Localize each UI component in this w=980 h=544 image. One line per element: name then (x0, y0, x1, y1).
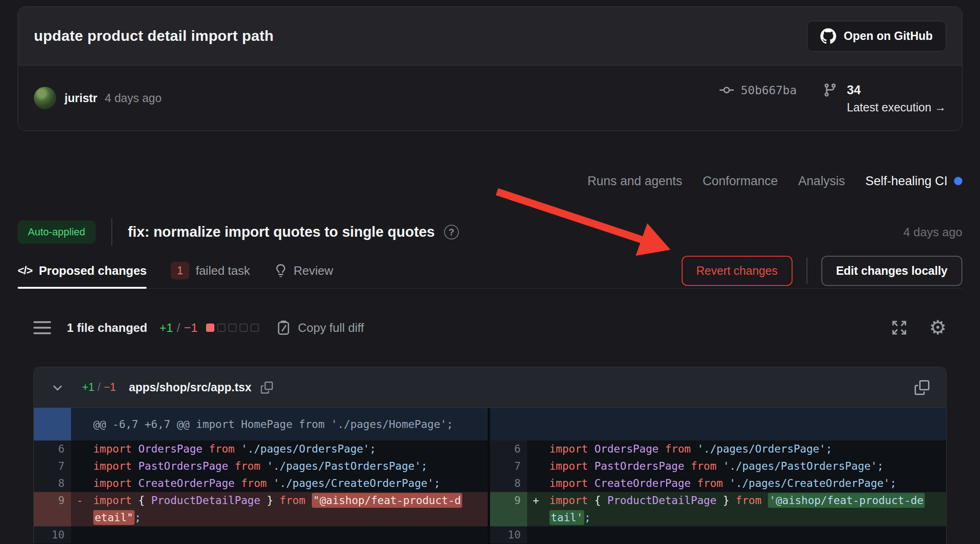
nav-item-runs-and-agents[interactable]: Runs and agents (587, 174, 682, 188)
diff-hunk-row: @@ -6,7 +6,7 @@ import HomePage from './… (34, 408, 488, 440)
commit-time: 4 days ago (105, 91, 161, 105)
tab-failed-task[interactable]: 1 failed task (171, 253, 250, 288)
file-list-menu-icon[interactable] (33, 321, 51, 334)
diff-row: 7import PastOrdersPage from './pages/Pas… (490, 458, 946, 475)
nav-item-label: Conformance (703, 174, 778, 188)
tab-review-label: Review (294, 264, 333, 278)
diff-marker (71, 458, 93, 475)
diff-row: 7import PastOrdersPage from './pages/Pas… (34, 458, 488, 475)
open-on-github-button[interactable]: Open on GitHub (807, 21, 946, 52)
stat-slash: / (177, 321, 180, 335)
commit-meta: 50b667ba 34 Latest execution → (719, 81, 946, 115)
deletions-count: −1 (184, 321, 198, 335)
line-number: 6 (34, 440, 71, 458)
copy-file-diff-icon[interactable] (915, 380, 929, 395)
code-line: import OrdersPage from './pages/OrdersPa… (93, 440, 488, 458)
diff-tool-icons: ⚙ (890, 318, 947, 337)
avatar[interactable] (34, 87, 56, 109)
diff-marker: - (71, 492, 93, 526)
code-line: import { ProductDetailPage } from '@aish… (549, 492, 946, 526)
top-nav: Runs and agentsConformanceAnalysisSelf-h… (587, 171, 962, 191)
tab-proposed-label: Proposed changes (39, 264, 147, 278)
code-line: import CreateOrderPage from './pages/Cre… (549, 475, 946, 492)
diff-marker (71, 440, 93, 458)
help-icon[interactable]: ? (444, 225, 459, 240)
diff-stat-square (228, 324, 237, 332)
diff-marker (527, 475, 549, 492)
nav-item-label: Self-healing CI (865, 174, 948, 188)
tab-proposed-changes[interactable]: </> Proposed changes (18, 253, 147, 288)
fix-time: 4 days ago (903, 225, 962, 240)
file-diff-card: +1 / −1 apps/shop/src/app.tsx @@ -6,7 +6… (33, 367, 947, 544)
fix-title: fix: normalize import quotes to single q… (128, 224, 435, 240)
revert-changes-button[interactable]: Revert changes (682, 256, 793, 286)
line-number: 6 (490, 440, 527, 458)
diff-marker (71, 526, 93, 544)
tab-review[interactable]: Review (274, 253, 333, 288)
code-line: import OrdersPage from './pages/OrdersPa… (549, 440, 946, 458)
code-line (93, 526, 488, 544)
fix-row: Auto-applied fix: normalize import quote… (18, 216, 962, 248)
diff-hunk-row (490, 408, 946, 440)
auto-applied-badge: Auto-applied (18, 220, 96, 244)
file-stat-slash: / (97, 381, 100, 394)
diff-marker: + (527, 492, 549, 526)
lightbulb-icon (274, 264, 287, 277)
diff-row: 10 (490, 526, 946, 544)
diff-row: 8import CreateOrderPage from './pages/Cr… (490, 475, 946, 492)
code-line: import PastOrdersPage from './pages/Past… (549, 458, 946, 475)
execution-count[interactable]: 34 (847, 81, 946, 99)
chevron-down-icon[interactable] (51, 381, 64, 395)
diff-stat-square (217, 324, 226, 332)
line-number: 7 (490, 458, 527, 475)
copy-full-diff-button[interactable]: Copy full diff (276, 320, 364, 336)
diff-row: 9-import { ProductDetailPage } from "@ai… (34, 492, 488, 526)
line-number: 10 (490, 526, 527, 544)
nav-item-self-healing-ci[interactable]: Self-healing CI (865, 174, 962, 188)
file-header: +1 / −1 apps/shop/src/app.tsx (34, 367, 946, 408)
latest-execution-link[interactable]: Latest execution → (847, 99, 946, 115)
line-number: 8 (490, 475, 527, 492)
tabs-row: </> Proposed changes 1 failed task Revie… (18, 253, 962, 289)
line-number: 9 (490, 492, 527, 526)
code-line: import PastOrdersPage from './pages/Past… (93, 458, 488, 475)
files-changed-label: 1 file changed (67, 321, 147, 335)
line-number: 7 (34, 458, 71, 475)
clipboard-icon (276, 320, 291, 336)
open-on-github-label: Open on GitHub (844, 29, 933, 43)
code-line (549, 526, 946, 544)
commit-author: juristr (64, 91, 97, 105)
nav-item-analysis[interactable]: Analysis (798, 174, 845, 188)
line-number: 8 (34, 475, 71, 492)
github-icon (820, 28, 836, 44)
page-title: update product detail import path (34, 27, 274, 45)
diff-row: 6import OrdersPage from './pages/OrdersP… (490, 440, 946, 458)
edit-changes-locally-button[interactable]: Edit changes locally (821, 256, 962, 286)
status-dot-icon (954, 177, 962, 185)
commit-sha-group[interactable]: 50b667ba (719, 81, 797, 99)
copy-path-icon[interactable] (261, 382, 273, 394)
code-line: import { ProductDetailPage } from "@aish… (93, 492, 488, 526)
file-deletions: −1 (104, 381, 116, 394)
diff-toolbar: 1 file changed +1 / −1 Copy full diff ⚙ (18, 312, 962, 343)
diff-marker (527, 526, 549, 544)
diff-grid: @@ -6,7 +6,7 @@ import HomePage from './… (34, 408, 946, 544)
diff-stat-squares (206, 324, 259, 332)
diff-marker (527, 458, 549, 475)
file-path: apps/shop/src/app.tsx (129, 381, 251, 394)
additions-count: +1 (159, 321, 173, 335)
tab-failed-label: failed task (196, 264, 250, 278)
line-number: 10 (34, 526, 71, 544)
file-additions: +1 (82, 381, 94, 394)
expand-icon[interactable] (890, 318, 909, 337)
failed-count-badge: 1 (171, 262, 189, 279)
commit-card-header: update product detail import path Open o… (18, 7, 962, 65)
commit-icon (719, 82, 735, 98)
code-line: import CreateOrderPage from './pages/Cre… (93, 475, 488, 492)
diff-row: 10 (34, 526, 488, 544)
diff-pane-new: 6import OrdersPage from './pages/OrdersP… (490, 408, 946, 544)
nav-item-label: Analysis (798, 174, 845, 188)
nav-item-conformance[interactable]: Conformance (703, 174, 778, 188)
hunk-gutter (34, 408, 71, 440)
gear-icon[interactable]: ⚙ (929, 318, 947, 337)
